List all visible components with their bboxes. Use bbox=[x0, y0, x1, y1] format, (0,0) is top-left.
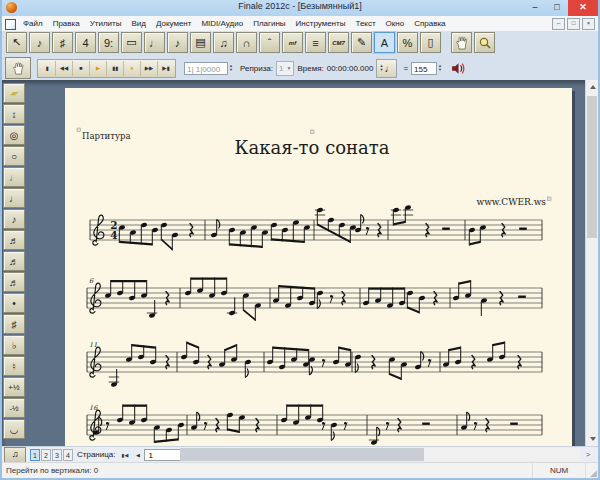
watermark-text[interactable]: www.CWER.ws bbox=[476, 197, 546, 207]
title-handle[interactable] bbox=[311, 130, 315, 134]
menu-item-file[interactable]: Файл bbox=[18, 16, 48, 31]
minimize-button[interactable]: – bbox=[524, 0, 546, 16]
child-close-button[interactable]: × bbox=[582, 18, 595, 30]
close-button[interactable]: ✕ bbox=[568, 0, 598, 16]
record-button[interactable]: ● bbox=[124, 61, 141, 76]
tempo-spinner[interactable]: ▲▼ bbox=[438, 64, 442, 72]
menu-item-window[interactable]: Окно bbox=[381, 16, 410, 31]
child-restore-button[interactable]: □ bbox=[567, 18, 580, 30]
repeat-tool[interactable]: ≡ bbox=[305, 32, 326, 53]
view-preset-4[interactable]: 4 bbox=[63, 449, 73, 461]
view-preset-1[interactable]: 1 bbox=[30, 449, 40, 461]
key-signature-tool[interactable]: ♯ bbox=[52, 32, 73, 53]
pause-button[interactable]: ▮▮ bbox=[107, 61, 124, 76]
tie[interactable]: ◡ bbox=[3, 419, 25, 439]
vertical-scrollbar[interactable] bbox=[585, 80, 598, 446]
sixteenth-note[interactable]: ♬ bbox=[3, 230, 25, 250]
flat[interactable]: ♭ bbox=[3, 335, 25, 355]
measure-position-field[interactable]: 1| 1|0000 bbox=[184, 62, 228, 75]
articulation-tool[interactable]: ˆ bbox=[259, 32, 280, 53]
menu-item-view[interactable]: Вид bbox=[126, 16, 150, 31]
staff-system-4 bbox=[87, 415, 542, 435]
half-step-up[interactable]: +½ bbox=[3, 377, 25, 397]
half-step-down[interactable]: -½ bbox=[3, 398, 25, 418]
resize-grip[interactable]: ◢ bbox=[590, 468, 597, 478]
score-page[interactable]: ПартитураКакая-то сонатаwww.CWER.ws24611… bbox=[65, 88, 572, 446]
tempo-field[interactable]: 155 bbox=[411, 62, 437, 75]
maximize-button[interactable]: □ bbox=[546, 0, 568, 16]
chord-tool[interactable]: CM7 bbox=[328, 32, 349, 53]
resize-tool[interactable]: % bbox=[397, 32, 418, 53]
title-bar[interactable]: Finale 2012c - [Безымянный1] – □ ✕ bbox=[2, 0, 598, 16]
menu-item-document[interactable]: Документ bbox=[151, 16, 197, 31]
simple-entry-tool[interactable]: ♩ bbox=[144, 32, 165, 53]
whole-note[interactable]: ○ bbox=[3, 146, 25, 166]
tempo-note-spinner[interactable]: ▲▼ bbox=[379, 64, 383, 72]
repeat-dropdown[interactable]: 1▼ bbox=[276, 61, 294, 76]
window-title: Finale 2012c - [Безымянный1] bbox=[2, 1, 598, 11]
menu-item-tools[interactable]: Инструменты bbox=[291, 16, 351, 31]
selection-tool[interactable]: ↖ bbox=[6, 32, 27, 53]
menu-item-plugins[interactable]: Плагины bbox=[248, 16, 290, 31]
vertical-scroll-thumb[interactable] bbox=[587, 96, 597, 238]
hscroll-right-button[interactable]: > bbox=[582, 448, 594, 461]
staff-tool[interactable]: ♪ bbox=[29, 32, 50, 53]
speaker-button[interactable] bbox=[451, 62, 466, 75]
to-end-button[interactable]: ▶▮ bbox=[158, 61, 174, 76]
rewind-button[interactable]: ◀◀ bbox=[56, 61, 73, 76]
smart-playback-button[interactable] bbox=[5, 57, 31, 79]
stop-button[interactable]: ■ bbox=[73, 61, 90, 76]
document-icon bbox=[5, 19, 16, 30]
natural[interactable]: ♮ bbox=[3, 356, 25, 376]
eraser-tool[interactable]: ▰ bbox=[3, 83, 25, 103]
forward-button[interactable]: ▶▶ bbox=[141, 61, 158, 76]
menu-item-midi-audio[interactable]: MIDI/Аудио bbox=[196, 16, 248, 31]
score-title-text[interactable]: Какая-то соната bbox=[235, 137, 390, 158]
horizontal-scroll-thumb[interactable] bbox=[180, 448, 424, 461]
smart-shape-tool[interactable]: ∩ bbox=[236, 32, 257, 53]
time-signature-tool[interactable]: 4 bbox=[75, 32, 96, 53]
quarter-note[interactable]: ♩ bbox=[3, 188, 25, 208]
tempo-unit-control[interactable]: ▲▼ ♩ bbox=[376, 59, 397, 78]
part-name-handle[interactable] bbox=[77, 128, 81, 132]
watermark-handle[interactable] bbox=[548, 197, 552, 201]
tempo-equals: = bbox=[403, 64, 408, 73]
augmentation-dot[interactable]: • bbox=[3, 293, 25, 313]
menu-item-utilities[interactable]: Утилиты bbox=[85, 16, 127, 31]
sharp[interactable]: ♯ bbox=[3, 314, 25, 334]
play-button[interactable]: ▶ bbox=[90, 61, 107, 76]
scroll-down-button[interactable] bbox=[586, 432, 599, 446]
eighth-note[interactable]: ♪ bbox=[3, 209, 25, 229]
view-preset-3[interactable]: 3 bbox=[52, 449, 62, 461]
part-name-text[interactable]: Партитура bbox=[82, 131, 131, 141]
menu-item-help[interactable]: Справка bbox=[409, 16, 450, 31]
text-tool[interactable]: A bbox=[374, 32, 395, 53]
horizontal-scrollbar[interactable] bbox=[180, 448, 580, 461]
speedy-entry-tool[interactable]: ♪ bbox=[167, 32, 188, 53]
scroll-up-button[interactable] bbox=[586, 80, 599, 94]
zoom-tool[interactable] bbox=[474, 32, 495, 53]
double-whole-note[interactable]: ◎ bbox=[3, 125, 25, 145]
tuplet-tool[interactable]: ♫ bbox=[213, 32, 234, 53]
hyperscribe-tool[interactable]: ▤ bbox=[190, 32, 211, 53]
page-layout-tool[interactable]: ▯ bbox=[420, 32, 441, 53]
half-note[interactable]: ♩ bbox=[3, 167, 25, 187]
special-tools[interactable]: ✎ bbox=[351, 32, 372, 53]
measure-tool[interactable]: ▭ bbox=[121, 32, 142, 53]
thirty-second-note[interactable]: ♬ bbox=[3, 251, 25, 271]
expression-tool[interactable]: mf bbox=[282, 32, 303, 53]
to-start-button[interactable]: ▮ bbox=[39, 61, 56, 76]
pitch-up-down-tool[interactable]: ↕ bbox=[3, 104, 25, 124]
sixty-fourth-note[interactable]: ♬ bbox=[3, 272, 25, 292]
clef-tool[interactable]: 9: bbox=[98, 32, 119, 53]
view-preset-2[interactable]: 2 bbox=[41, 449, 51, 461]
child-minimize-button[interactable]: – bbox=[552, 18, 565, 30]
menu-item-text[interactable]: Текст bbox=[350, 16, 380, 31]
hand-grabber-tool[interactable] bbox=[451, 32, 472, 53]
prev-page-button[interactable]: ◀ bbox=[131, 448, 144, 462]
menu-item-edit[interactable]: Правка bbox=[48, 16, 85, 31]
tuplet-entry-button[interactable]: ♫ bbox=[4, 447, 26, 463]
counter-spinner[interactable]: ▲▼ bbox=[229, 64, 233, 72]
first-page-button[interactable]: ▮◀ bbox=[118, 448, 131, 462]
measure-number: 6 bbox=[89, 277, 94, 285]
